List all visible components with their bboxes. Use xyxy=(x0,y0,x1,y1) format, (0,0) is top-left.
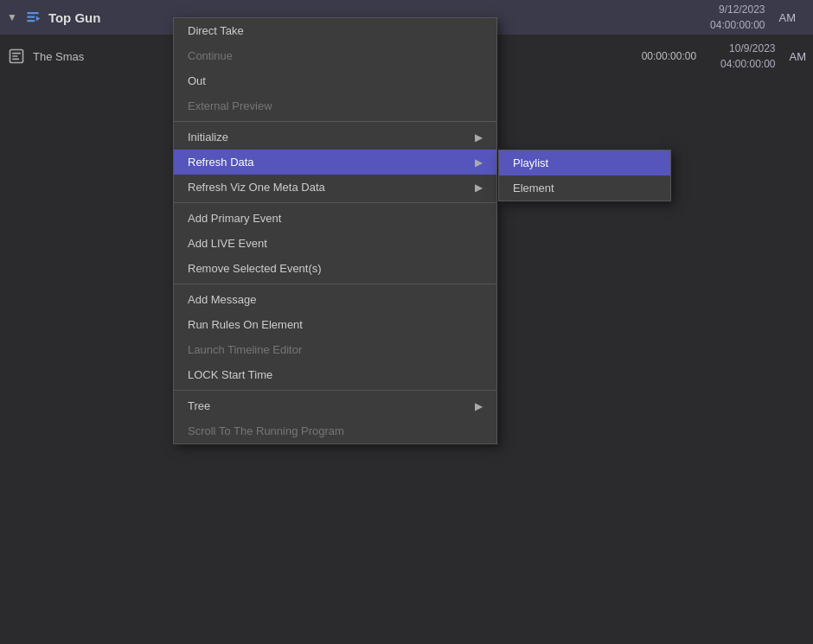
menu-item-add-message[interactable]: Add Message xyxy=(174,287,496,312)
submenu-arrow-tree: ▶ xyxy=(475,400,483,412)
submenu-item-playlist[interactable]: Playlist xyxy=(499,150,670,175)
svg-rect-6 xyxy=(12,55,18,57)
menu-separator-remove-selected xyxy=(174,284,496,284)
menu-separator-external-preview xyxy=(174,121,496,122)
menu-item-label-direct-take: Direct Take xyxy=(188,24,244,37)
svg-rect-0 xyxy=(27,12,39,14)
menu-item-label-run-rules: Run Rules On Element xyxy=(188,318,303,331)
svg-rect-5 xyxy=(12,53,21,54)
menu-separator-refresh-viz xyxy=(174,202,496,203)
menu-item-label-refresh-data: Refresh Data xyxy=(188,156,254,169)
menu-item-out[interactable]: Out xyxy=(174,68,496,93)
menu-item-launch-timeline: Launch Timeline Editor xyxy=(174,337,496,362)
menu-item-label-continue: Continue xyxy=(188,49,233,62)
date-block-1: 9/12/2023 04:00:00:00 xyxy=(710,2,765,33)
menu-item-label-out: Out xyxy=(188,74,206,87)
menu-item-add-primary-event[interactable]: Add Primary Event xyxy=(174,206,496,231)
menu-item-run-rules[interactable]: Run Rules On Element xyxy=(174,312,496,337)
menu-item-refresh-viz[interactable]: Refresh Viz One Meta Data▶ xyxy=(174,175,496,200)
row-date2: 10/9/2023 xyxy=(720,41,775,56)
menu-item-label-scroll-running: Scroll To The Running Program xyxy=(188,424,344,437)
playlist-icon xyxy=(24,9,42,26)
row-am2: AM xyxy=(790,50,807,63)
menu-item-label-tree: Tree xyxy=(188,399,210,412)
menu-item-label-initialize: Initialize xyxy=(188,131,228,143)
window-title: Top Gun xyxy=(48,10,101,25)
date-1: 9/12/2023 xyxy=(710,2,765,17)
menu-item-label-add-live-event: Add LIVE Event xyxy=(188,237,267,250)
row-timecode: 00:00:00:00 xyxy=(642,48,696,64)
row-date-block: 10/9/2023 04:00:00:00 xyxy=(720,41,775,72)
svg-rect-7 xyxy=(12,59,19,61)
submenu-refresh-data: PlaylistElement xyxy=(498,150,671,201)
time-1: 04:00:00:00 xyxy=(710,17,765,33)
header-right: 9/12/2023 04:00:00:00 AM xyxy=(710,0,813,35)
menu-item-direct-take[interactable]: Direct Take xyxy=(174,18,496,43)
menu-item-label-external-preview: External Preview xyxy=(188,99,272,112)
svg-rect-2 xyxy=(27,20,35,22)
menu-item-label-refresh-viz: Refresh Viz One Meta Data xyxy=(188,181,325,194)
menu-item-lock-start-time[interactable]: LOCK Start Time xyxy=(174,362,496,387)
row-label: The Smas xyxy=(33,50,84,63)
svg-marker-3 xyxy=(36,16,41,22)
menu-item-label-remove-selected: Remove Selected Event(s) xyxy=(188,262,322,275)
menu-item-remove-selected[interactable]: Remove Selected Event(s) xyxy=(174,256,496,281)
collapse-chevron[interactable]: ▼ xyxy=(7,11,17,23)
menu-item-initialize[interactable]: Initialize▶ xyxy=(174,124,496,150)
menu-item-label-launch-timeline: Launch Timeline Editor xyxy=(188,343,302,356)
row-time2: 04:00:00:00 xyxy=(720,56,775,72)
menu-item-label-add-primary-event: Add Primary Event xyxy=(188,212,281,225)
menu-item-external-preview: External Preview xyxy=(174,93,496,118)
menu-separator-lock-start-time xyxy=(174,390,496,391)
submenu-arrow-refresh-viz: ▶ xyxy=(475,182,483,194)
submenu-item-element[interactable]: Element xyxy=(499,175,670,201)
row-right-info: 00:00:00:00 xyxy=(642,48,696,64)
row-icon xyxy=(7,47,26,66)
menu-item-continue: Continue xyxy=(174,43,496,68)
svg-rect-1 xyxy=(27,16,35,18)
menu-item-scroll-running: Scroll To The Running Program xyxy=(174,418,496,443)
submenu-arrow-refresh-data: ▶ xyxy=(475,156,483,169)
menu-item-label-lock-start-time: LOCK Start Time xyxy=(188,368,272,381)
submenu-arrow-initialize: ▶ xyxy=(475,131,483,143)
menu-item-refresh-data[interactable]: Refresh Data▶PlaylistElement xyxy=(174,150,496,175)
menu-item-label-add-message: Add Message xyxy=(188,293,257,306)
menu-item-add-live-event[interactable]: Add LIVE Event xyxy=(174,231,496,256)
am-label-1: AM xyxy=(779,11,797,24)
context-menu: Direct TakeContinueOutExternal PreviewIn… xyxy=(173,17,497,444)
menu-item-tree[interactable]: Tree▶ xyxy=(174,393,496,418)
